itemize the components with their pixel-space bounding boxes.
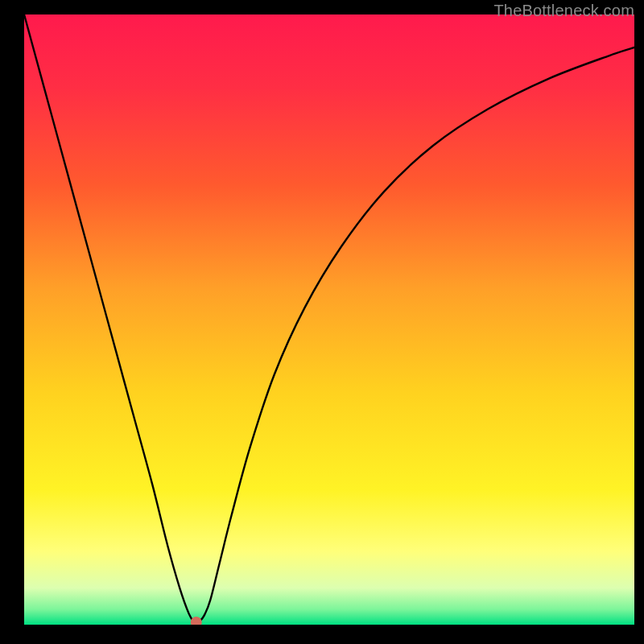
watermark-text: TheBottleneck.com [493, 2, 634, 20]
chart-frame [24, 14, 634, 625]
gradient-bg [24, 14, 634, 625]
chart-svg [24, 14, 634, 625]
